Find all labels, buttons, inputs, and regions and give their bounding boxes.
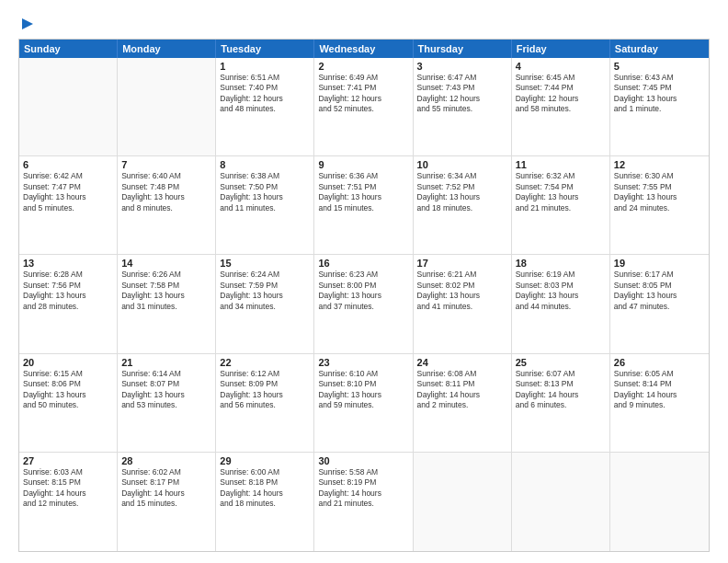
calendar-body: 1Sunrise: 6:51 AM Sunset: 7:40 PM Daylig… <box>19 58 709 551</box>
calendar-cell: 6Sunrise: 6:42 AM Sunset: 7:47 PM Daylig… <box>19 156 118 254</box>
day-number: 14 <box>121 258 211 269</box>
calendar-cell: 11Sunrise: 6:32 AM Sunset: 7:54 PM Dayli… <box>512 156 610 254</box>
calendar-cell <box>118 58 216 155</box>
calendar-cell <box>512 453 610 551</box>
calendar-header-saturday: Saturday <box>610 40 709 58</box>
day-info: Sunrise: 6:12 AM Sunset: 8:09 PM Dayligh… <box>220 369 310 411</box>
day-number: 16 <box>318 258 408 269</box>
calendar-cell <box>610 453 709 551</box>
calendar-cell: 25Sunrise: 6:07 AM Sunset: 8:13 PM Dayli… <box>512 354 610 452</box>
calendar-cell: 2Sunrise: 6:49 AM Sunset: 7:41 PM Daylig… <box>314 58 413 155</box>
calendar-cell: 20Sunrise: 6:15 AM Sunset: 8:06 PM Dayli… <box>19 354 118 452</box>
calendar-cell <box>414 453 512 551</box>
logo-arrow-icon <box>20 17 35 31</box>
day-number: 20 <box>23 357 113 368</box>
calendar-cell: 15Sunrise: 6:24 AM Sunset: 7:59 PM Dayli… <box>216 255 314 352</box>
calendar-cell: 19Sunrise: 6:17 AM Sunset: 8:05 PM Dayli… <box>610 255 709 352</box>
calendar-cell: 7Sunrise: 6:40 AM Sunset: 7:48 PM Daylig… <box>118 156 216 254</box>
day-info: Sunrise: 6:03 AM Sunset: 8:15 PM Dayligh… <box>23 467 113 510</box>
day-number: 17 <box>417 258 507 269</box>
calendar-week-1: 1Sunrise: 6:51 AM Sunset: 7:40 PM Daylig… <box>19 58 709 156</box>
calendar-header-friday: Friday <box>512 40 610 58</box>
calendar-header-wednesday: Wednesday <box>314 40 413 58</box>
calendar-cell: 1Sunrise: 6:51 AM Sunset: 7:40 PM Daylig… <box>216 58 314 155</box>
day-info: Sunrise: 6:34 AM Sunset: 7:52 PM Dayligh… <box>417 171 507 213</box>
calendar-cell: 18Sunrise: 6:19 AM Sunset: 8:03 PM Dayli… <box>512 255 610 352</box>
calendar-cell: 29Sunrise: 6:00 AM Sunset: 8:18 PM Dayli… <box>216 453 314 551</box>
day-info: Sunrise: 6:15 AM Sunset: 8:06 PM Dayligh… <box>23 369 113 411</box>
day-number: 27 <box>23 455 113 466</box>
day-info: Sunrise: 6:51 AM Sunset: 7:40 PM Dayligh… <box>220 73 310 115</box>
day-number: 11 <box>516 159 606 170</box>
day-number: 9 <box>318 159 408 170</box>
day-info: Sunrise: 6:49 AM Sunset: 7:41 PM Dayligh… <box>318 73 408 115</box>
calendar: SundayMondayTuesdayWednesdayThursdayFrid… <box>18 39 710 552</box>
calendar-cell: 4Sunrise: 6:45 AM Sunset: 7:44 PM Daylig… <box>512 58 610 155</box>
calendar-cell: 28Sunrise: 6:02 AM Sunset: 8:17 PM Dayli… <box>118 453 216 551</box>
day-info: Sunrise: 6:42 AM Sunset: 7:47 PM Dayligh… <box>23 171 113 213</box>
day-number: 8 <box>220 159 310 170</box>
day-info: Sunrise: 6:28 AM Sunset: 7:56 PM Dayligh… <box>23 270 113 312</box>
day-number: 12 <box>614 159 705 170</box>
day-info: Sunrise: 6:10 AM Sunset: 8:10 PM Dayligh… <box>318 369 408 411</box>
logo <box>18 15 35 31</box>
day-number: 24 <box>417 357 507 368</box>
day-info: Sunrise: 6:00 AM Sunset: 8:18 PM Dayligh… <box>220 467 310 510</box>
day-info: Sunrise: 6:36 AM Sunset: 7:51 PM Dayligh… <box>318 171 408 213</box>
calendar-cell: 24Sunrise: 6:08 AM Sunset: 8:11 PM Dayli… <box>414 354 512 452</box>
calendar-header-monday: Monday <box>118 40 216 58</box>
day-number: 18 <box>516 258 606 269</box>
calendar-cell: 3Sunrise: 6:47 AM Sunset: 7:43 PM Daylig… <box>414 58 512 155</box>
calendar-cell <box>19 58 118 155</box>
day-info: Sunrise: 6:30 AM Sunset: 7:55 PM Dayligh… <box>614 171 705 213</box>
day-number: 25 <box>516 357 606 368</box>
day-number: 4 <box>516 61 606 72</box>
calendar-header: SundayMondayTuesdayWednesdayThursdayFrid… <box>19 40 709 58</box>
calendar-week-3: 13Sunrise: 6:28 AM Sunset: 7:56 PM Dayli… <box>19 255 709 353</box>
day-number: 22 <box>220 357 310 368</box>
day-info: Sunrise: 6:43 AM Sunset: 7:45 PM Dayligh… <box>614 73 705 115</box>
calendar-header-sunday: Sunday <box>19 40 118 58</box>
calendar-week-5: 27Sunrise: 6:03 AM Sunset: 8:15 PM Dayli… <box>19 453 709 551</box>
day-number: 6 <box>23 159 113 170</box>
day-info: Sunrise: 6:47 AM Sunset: 7:43 PM Dayligh… <box>417 73 507 115</box>
page: SundayMondayTuesdayWednesdayThursdayFrid… <box>0 0 728 563</box>
logo-icon <box>20 17 35 31</box>
day-number: 28 <box>121 455 211 466</box>
day-info: Sunrise: 6:07 AM Sunset: 8:13 PM Dayligh… <box>516 369 606 411</box>
day-info: Sunrise: 6:14 AM Sunset: 8:07 PM Dayligh… <box>121 369 211 411</box>
header <box>18 15 710 31</box>
day-info: Sunrise: 5:58 AM Sunset: 8:19 PM Dayligh… <box>318 467 408 510</box>
svg-marker-0 <box>22 18 33 29</box>
day-number: 23 <box>318 357 408 368</box>
day-info: Sunrise: 6:45 AM Sunset: 7:44 PM Dayligh… <box>516 73 606 115</box>
calendar-cell: 12Sunrise: 6:30 AM Sunset: 7:55 PM Dayli… <box>610 156 709 254</box>
day-info: Sunrise: 6:38 AM Sunset: 7:50 PM Dayligh… <box>220 171 310 213</box>
day-info: Sunrise: 6:26 AM Sunset: 7:58 PM Dayligh… <box>121 270 211 312</box>
calendar-cell: 16Sunrise: 6:23 AM Sunset: 8:00 PM Dayli… <box>314 255 413 352</box>
calendar-cell: 23Sunrise: 6:10 AM Sunset: 8:10 PM Dayli… <box>314 354 413 452</box>
calendar-week-2: 6Sunrise: 6:42 AM Sunset: 7:47 PM Daylig… <box>19 156 709 255</box>
calendar-cell: 30Sunrise: 5:58 AM Sunset: 8:19 PM Dayli… <box>314 453 413 551</box>
day-number: 29 <box>220 455 310 466</box>
calendar-cell: 21Sunrise: 6:14 AM Sunset: 8:07 PM Dayli… <box>118 354 216 452</box>
day-number: 10 <box>417 159 507 170</box>
calendar-cell: 14Sunrise: 6:26 AM Sunset: 7:58 PM Dayli… <box>118 255 216 352</box>
day-info: Sunrise: 6:23 AM Sunset: 8:00 PM Dayligh… <box>318 270 408 312</box>
day-number: 30 <box>318 455 408 466</box>
day-number: 15 <box>220 258 310 269</box>
calendar-week-4: 20Sunrise: 6:15 AM Sunset: 8:06 PM Dayli… <box>19 354 709 453</box>
calendar-cell: 22Sunrise: 6:12 AM Sunset: 8:09 PM Dayli… <box>216 354 314 452</box>
calendar-cell: 27Sunrise: 6:03 AM Sunset: 8:15 PM Dayli… <box>19 453 118 551</box>
day-info: Sunrise: 6:32 AM Sunset: 7:54 PM Dayligh… <box>516 171 606 213</box>
day-number: 2 <box>318 61 408 72</box>
day-number: 26 <box>614 357 705 368</box>
day-info: Sunrise: 6:05 AM Sunset: 8:14 PM Dayligh… <box>614 369 705 411</box>
calendar-header-thursday: Thursday <box>414 40 512 58</box>
day-info: Sunrise: 6:21 AM Sunset: 8:02 PM Dayligh… <box>417 270 507 312</box>
day-info: Sunrise: 6:08 AM Sunset: 8:11 PM Dayligh… <box>417 369 507 411</box>
calendar-cell: 13Sunrise: 6:28 AM Sunset: 7:56 PM Dayli… <box>19 255 118 352</box>
calendar-cell: 5Sunrise: 6:43 AM Sunset: 7:45 PM Daylig… <box>610 58 709 155</box>
day-info: Sunrise: 6:19 AM Sunset: 8:03 PM Dayligh… <box>516 270 606 312</box>
day-number: 19 <box>614 258 705 269</box>
